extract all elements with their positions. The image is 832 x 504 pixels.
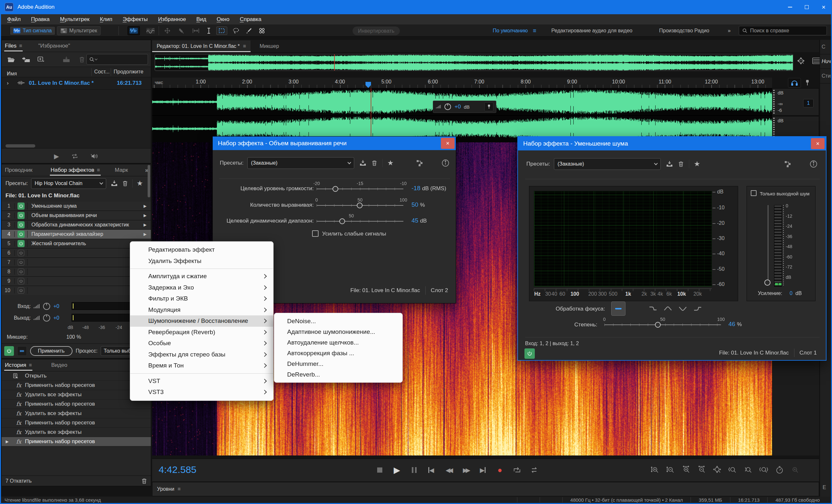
marker-pin-icon[interactable] — [805, 79, 810, 86]
new-content-icon[interactable] — [34, 56, 48, 63]
effect-preset-select[interactable]: (Заказные) — [554, 158, 661, 170]
focus-dip-button[interactable] — [677, 303, 689, 314]
effect-power-off-icon[interactable] — [18, 278, 24, 284]
hud-pin-icon[interactable] — [484, 102, 493, 111]
effect-arrow-icon[interactable]: ▶ — [139, 204, 151, 208]
meter-slider-knob[interactable] — [764, 280, 771, 286]
context-menu-item-9[interactable]: Особые — [130, 338, 273, 349]
paintbrush-selection-tool-icon[interactable] — [243, 27, 255, 35]
effect-slot-8[interactable]: 8 — [2, 267, 151, 276]
waveform-mode-button[interactable]: Тип сигнала — [10, 26, 55, 35]
effect-power-off-icon[interactable] — [18, 259, 24, 265]
marquee-selection-tool-icon[interactable] — [216, 27, 227, 35]
slider-knob[interactable] — [333, 186, 338, 192]
help-search-input[interactable]: Поиск в справке — [739, 26, 827, 35]
menu-7[interactable]: Окно — [211, 14, 235, 25]
expand-chevron-icon[interactable]: › — [7, 80, 9, 86]
menu-0[interactable]: Файл — [2, 14, 26, 25]
effect-power-on-icon[interactable] — [18, 240, 25, 247]
delete-preset-icon[interactable] — [122, 180, 128, 187]
param-value[interactable]: 45 dB — [412, 217, 427, 224]
effect-slot-2[interactable]: 2Объем выравнивания речи▶ — [2, 211, 151, 220]
collapsed-panel-2[interactable]: Стил — [820, 69, 831, 83]
history-item[interactable]: fxПрименить набор пресетов — [2, 399, 151, 409]
routing-icon[interactable] — [416, 160, 424, 167]
mixer-value[interactable]: 100 % — [67, 334, 81, 340]
effect-power-off-icon[interactable] — [18, 250, 24, 256]
focus-high-button[interactable] — [692, 303, 704, 314]
effect-power-on-icon[interactable] — [18, 212, 25, 219]
submenu-item-5[interactable]: DeReverb... — [274, 369, 402, 380]
effect-arrow-icon[interactable]: ▶ — [139, 232, 151, 236]
effect-power-on-icon[interactable] — [18, 202, 25, 209]
spot-healing-brush-tool-icon[interactable] — [256, 27, 267, 35]
param-value[interactable]: -18 dB (RMS) — [412, 185, 446, 192]
delete-preset-icon[interactable] — [372, 160, 377, 166]
panel-menu-icon[interactable]: ≡ — [243, 43, 246, 49]
workspace-2[interactable]: Производство Радио — [656, 25, 712, 36]
rack-scrollbar[interactable] — [148, 165, 150, 197]
history-item[interactable]: fxУдалить все эффекты — [2, 390, 151, 399]
effect-slot-3[interactable]: 3Обработка динамических характеристик▶ — [2, 220, 151, 229]
favorite-star-icon[interactable]: ★ — [137, 179, 143, 188]
stop-button[interactable] — [375, 468, 384, 473]
close-button[interactable]: × — [815, 0, 832, 14]
effect-slot-9[interactable]: 9 — [2, 277, 151, 286]
open-file-icon[interactable] — [4, 57, 19, 62]
input-gain-value[interactable]: +0 — [53, 303, 59, 309]
context-menu-item-3[interactable]: Амплитуда и сжатие — [130, 271, 273, 282]
monitor-headphones-icon[interactable] — [788, 78, 801, 88]
slider-knob[interactable] — [339, 218, 345, 224]
zoom-in-vertical-button[interactable] — [651, 466, 660, 475]
context-menu-item-6[interactable]: Модуляция — [130, 304, 273, 316]
file-row[interactable]: › 01. Love In C Minor.flac * 16:21.713 — [2, 77, 151, 90]
effect-slot-6[interactable]: 6 — [2, 248, 151, 257]
hud-knob-icon[interactable] — [444, 103, 451, 111]
effect-power-on-icon[interactable] — [18, 221, 25, 228]
menu-8[interactable]: Справка — [235, 14, 267, 25]
zoom-full-button[interactable] — [790, 466, 800, 475]
tab-history[interactable]: История≡ — [2, 359, 35, 371]
context-menu-item-0[interactable]: Редактировать эффект — [130, 244, 273, 256]
info-icon[interactable] — [809, 160, 818, 168]
history-item[interactable]: fxПрименить набор пресетов — [2, 418, 151, 428]
hud-gain-value[interactable]: +0 — [454, 104, 461, 110]
zoom-navigate-button[interactable] — [713, 466, 722, 475]
favorite-star-icon[interactable]: ★ — [387, 159, 394, 167]
multitrack-mode-button[interactable]: Мультитрек — [57, 26, 101, 35]
slider-knob[interactable] — [357, 202, 363, 208]
collapsed-panel-bottom[interactable]: Е — [823, 484, 826, 491]
favorite-star-icon[interactable]: ★ — [694, 160, 700, 168]
routing-icon[interactable] — [784, 161, 792, 168]
output-noise-only-checkbox[interactable] — [751, 190, 757, 196]
submenu-item-4[interactable]: DeHummer... — [274, 358, 402, 369]
tab-browser[interactable]: Проводник — [2, 164, 35, 176]
dialog-title-bar[interactable]: Набор эффекта - Уменьшение шума × — [518, 137, 826, 150]
menu-2[interactable]: Мультитрек — [55, 14, 95, 25]
menu-1[interactable]: Правка — [26, 14, 55, 25]
submenu-item-1[interactable]: Адаптивное шумопонижение... — [274, 327, 402, 337]
panel-menu-icon[interactable]: ≡ — [29, 362, 32, 368]
effect-arrow-icon[interactable]: ▶ — [139, 213, 151, 218]
collapsed-panel-1[interactable]: Ниче — [820, 54, 831, 69]
boost-low-signals-checkbox[interactable] — [312, 230, 318, 237]
context-menu-item-7[interactable]: Шумопонижение / Восстановление — [130, 315, 273, 327]
move-tool-icon[interactable] — [162, 27, 173, 35]
time-selection-tool-icon[interactable] — [203, 27, 214, 35]
forward-button[interactable]: ▶▶ — [461, 467, 470, 474]
save-preset-icon[interactable] — [359, 160, 366, 166]
history-item[interactable]: fxУдалить все эффекты — [2, 409, 151, 418]
waveform-view-button[interactable] — [128, 26, 140, 35]
skip-end-button[interactable]: ▶ — [478, 467, 487, 474]
overview-navigator[interactable] — [155, 54, 793, 71]
history-item[interactable]: fxПрименить набор пресетов — [2, 381, 151, 390]
zoom-timer-button[interactable] — [775, 466, 784, 475]
zoom-in-horizontal-button[interactable] — [682, 466, 691, 475]
zoom-in-point-button[interactable] — [728, 466, 737, 475]
effect-slot-1[interactable]: 1Уменьшение шума▶ — [2, 201, 151, 211]
history-item[interactable]: Открыть — [2, 371, 151, 381]
panel-menu-icon[interactable]: ≡ — [178, 486, 181, 492]
time-display[interactable]: 4:42.585 — [159, 464, 197, 475]
timeline-ruler[interactable]: чмс 1:002:003:004:005:006:007:008:009:00… — [152, 78, 772, 88]
graph-plot-area[interactable] — [534, 191, 712, 287]
